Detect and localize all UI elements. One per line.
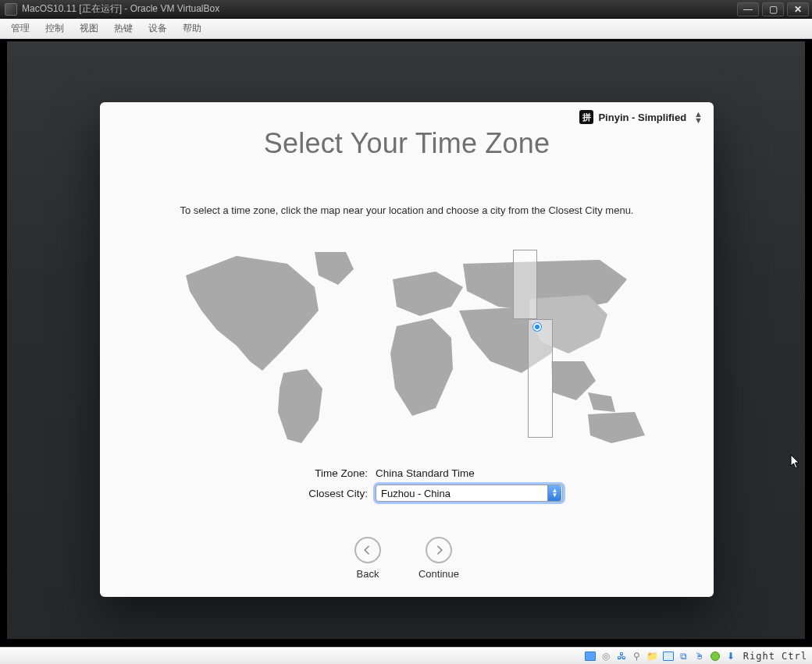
optical-icon[interactable]: ◎ <box>600 650 612 662</box>
location-marker[interactable] <box>533 323 541 331</box>
mouse-cursor-icon <box>790 454 801 470</box>
hostkey-indicator-icon[interactable]: ⬇ <box>725 650 737 662</box>
host-titlebar[interactable]: MacOS10.11 [正在运行] - Oracle VM VirtualBox… <box>0 0 812 19</box>
timezone-value: China Standard Time <box>376 467 563 479</box>
minimize-button[interactable]: — <box>737 2 759 16</box>
closest-city-select[interactable]: Fuzhou - China ▲▼ <box>376 485 563 502</box>
closest-city-row: Closest City: Fuzhou - China ▲▼ <box>100 485 714 502</box>
network-icon[interactable]: 🖧 <box>615 650 628 662</box>
hdd-icon[interactable] <box>584 650 597 662</box>
continue-button[interactable]: Continue <box>418 537 459 580</box>
updown-icon: ▲▼ <box>694 111 703 123</box>
display-icon[interactable] <box>662 650 675 662</box>
virtualbox-icon <box>5 3 17 16</box>
world-map[interactable] <box>162 244 651 446</box>
nav-buttons: Back Continue <box>100 537 714 580</box>
continue-label: Continue <box>418 568 459 580</box>
input-source-selector[interactable]: 拼 Pinyin - Simplified ▲▼ <box>576 108 706 126</box>
menu-bar: 管理 控制 视图 热键 设备 帮助 <box>0 19 812 39</box>
arrow-left-icon <box>354 537 381 563</box>
back-label: Back <box>357 568 379 580</box>
input-source-label: Pinyin - Simplified <box>598 112 686 123</box>
setup-assistant-panel: 拼 Pinyin - Simplified ▲▼ Select Your Tim… <box>100 102 714 597</box>
mouse-integration-icon[interactable]: 🖱 <box>693 650 706 662</box>
page-instruction: To select a time zone, click the map nea… <box>100 204 714 216</box>
back-button[interactable]: Back <box>354 537 381 580</box>
arrow-right-icon <box>426 537 452 563</box>
maximize-button[interactable]: ▢ <box>762 2 784 16</box>
menu-help[interactable]: 帮助 <box>183 22 201 35</box>
menu-view[interactable]: 视图 <box>80 22 98 35</box>
closest-city-value: Fuzhou - China <box>381 488 547 499</box>
menu-manage[interactable]: 管理 <box>11 22 30 35</box>
timezone-row: Time Zone: China Standard Time <box>100 467 714 479</box>
pinyin-icon: 拼 <box>579 110 593 124</box>
timezone-label: Time Zone: <box>251 467 368 479</box>
menu-control[interactable]: 控制 <box>45 22 64 35</box>
menu-devices[interactable]: 设备 <box>148 22 167 35</box>
guest-display[interactable]: 拼 Pinyin - Simplified ▲▼ Select Your Tim… <box>6 41 806 640</box>
recording-icon[interactable]: ⧉ <box>678 650 690 662</box>
page-title: Select Your Time Zone <box>100 127 714 160</box>
host-window: MacOS10.11 [正在运行] - Oracle VM VirtualBox… <box>0 0 812 664</box>
chevron-updown-icon: ▲▼ <box>547 485 561 501</box>
guest-additions-icon[interactable] <box>709 650 721 662</box>
status-bar: ◎ 🖧 ⚲ 📁 ⧉ 🖱 ⬇ Right Ctrl <box>0 647 812 664</box>
host-key-label: Right Ctrl <box>743 651 807 662</box>
menu-hotkeys[interactable]: 热键 <box>114 22 133 35</box>
usb-icon[interactable]: ⚲ <box>631 650 643 662</box>
shared-folders-icon[interactable]: 📁 <box>646 650 659 662</box>
closest-city-label: Closest City: <box>251 488 368 499</box>
window-title: MacOS10.11 [正在运行] - Oracle VM VirtualBox <box>22 2 219 16</box>
close-button[interactable]: ✕ <box>787 2 809 16</box>
